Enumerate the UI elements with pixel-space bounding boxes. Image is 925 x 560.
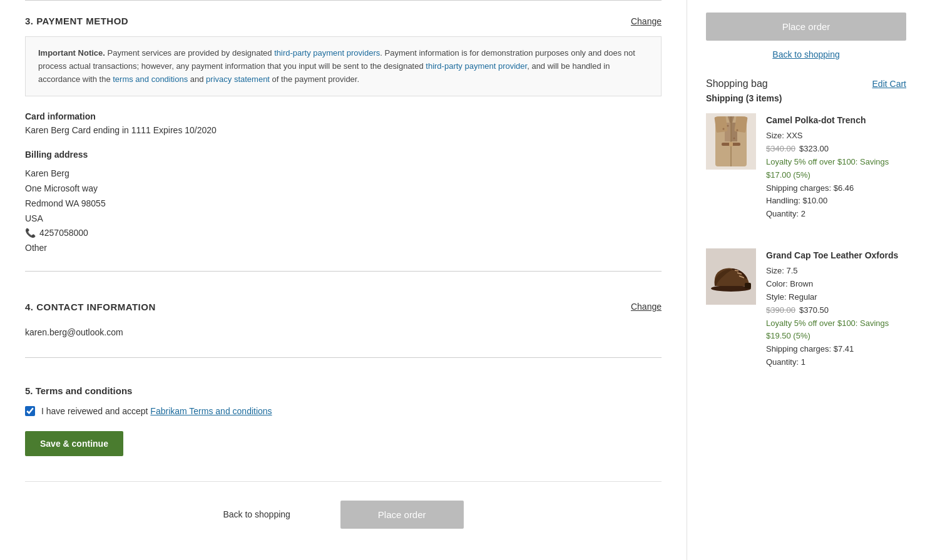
billing-block: Billing address Karen Berg One Microsoft…	[25, 148, 662, 256]
card-info-label: Card information	[25, 111, 662, 121]
cart-item-coat-sale-price: $323.00	[799, 144, 829, 153]
billing-name: Karen Berg	[25, 166, 662, 181]
billing-country: USA	[25, 211, 662, 227]
divider-1	[25, 271, 662, 272]
contact-header: 4. CONTACT INFORMATION Change	[25, 302, 662, 312]
cart-item-coat-shipping: Shipping charges: $6.46	[766, 182, 906, 195]
payment-notice: Important Notice. Payment services are p…	[25, 36, 662, 96]
cart-item-coat-handling: Handling: $10.00	[766, 195, 906, 208]
cart-item-shoe-style: Style: Regular	[766, 291, 906, 304]
contact-email: karen.berg@outlook.com	[25, 322, 662, 342]
phone-icon: 📞	[25, 226, 36, 241]
svg-rect-5	[714, 116, 727, 133]
cart-item-coat-details: Camel Polka-dot Trench Size: XXS $340.00…	[766, 113, 906, 221]
back-to-shopping-link-bottom[interactable]: Back to shopping	[223, 509, 290, 519]
payment-header: 3. PAYMENT METHOD Change	[25, 16, 662, 26]
cart-item-shoe-loyalty: Loyalty 5% off over $100: Savings $19.50…	[766, 317, 906, 344]
billing-label: Billing address	[25, 148, 662, 163]
cart-item-shoe-image	[706, 248, 756, 305]
back-to-shopping-link-top[interactable]: Back to shopping	[706, 49, 906, 59]
payment-section: 3. PAYMENT METHOD Change Important Notic…	[25, 0, 662, 256]
terms-checkbox-row: I have reivewed and accept Fabrikam Term…	[25, 406, 662, 416]
shipping-count: Shipping (3 items)	[706, 93, 906, 103]
notice-bold: Important Notice.	[38, 48, 105, 58]
contact-change-link[interactable]: Change	[631, 302, 662, 312]
cart-item-coat-original-price: $340.00	[766, 144, 795, 153]
place-order-button-bottom: Place order	[340, 501, 464, 529]
cart-item-shoe-original-price: $390.00	[766, 305, 795, 315]
cart-item-coat-loyalty: Loyalty 5% off over $100: Savings $17.00…	[766, 156, 906, 182]
divider-2	[25, 357, 662, 358]
notice-link-terms[interactable]: terms and conditions	[113, 74, 188, 84]
bottom-bar: Back to shopping Place order	[25, 481, 662, 541]
cart-item-coat-name: Camel Polka-dot Trench	[766, 113, 906, 127]
cart-item-coat-image	[706, 113, 756, 170]
terms-section: 5. Terms and conditions I have reivewed …	[25, 373, 662, 456]
contact-section: 4. CONTACT INFORMATION Change karen.berg…	[25, 287, 662, 342]
cart-item-shoe-details: Grand Cap Toe Leather Oxfords Size: 7.5 …	[766, 248, 906, 369]
shopping-bag-header: Shopping bag Edit Cart	[706, 78, 906, 89]
payment-change-link[interactable]: Change	[631, 16, 662, 26]
billing-city: Redmond WA 98055	[25, 196, 662, 211]
billing-type: Other	[25, 241, 662, 256]
terms-checkbox[interactable]	[25, 406, 35, 416]
svg-rect-8	[729, 142, 733, 146]
cart-item-shoe: Grand Cap Toe Leather Oxfords Size: 7.5 …	[706, 248, 906, 382]
svg-point-11	[737, 130, 738, 131]
cart-item-shoe-quantity: Quantity: 1	[766, 356, 906, 369]
svg-point-10	[727, 125, 729, 127]
notice-text-part1: Payment services are provided by designa…	[38, 48, 635, 84]
cart-item-coat-price: $340.00$323.00	[766, 143, 906, 156]
payment-title: 3. PAYMENT METHOD	[25, 16, 128, 26]
cart-item-shoe-name: Grand Cap Toe Leather Oxfords	[766, 248, 906, 262]
cart-item-coat-quantity: Quantity: 2	[766, 208, 906, 221]
terms-label-text: I have reivewed and accept	[41, 406, 150, 416]
svg-rect-17	[745, 283, 751, 288]
cart-item-shoe-color: Color: Brown	[766, 278, 906, 291]
cart-item-shoe-shipping: Shipping charges: $7.41	[766, 343, 906, 356]
billing-phone: 4257058000	[39, 226, 88, 241]
cart-item-coat-size: Size: XXS	[766, 130, 906, 143]
cart-item-coat: Camel Polka-dot Trench Size: XXS $340.00…	[706, 113, 906, 233]
notice-link-privacy[interactable]: privacy statement	[206, 74, 270, 84]
svg-point-12	[733, 138, 735, 140]
svg-line-14	[735, 270, 738, 271]
terms-title: 5. Terms and conditions	[25, 385, 662, 396]
billing-address: One Microsoft way	[25, 181, 662, 196]
shopping-bag-title: Shopping bag	[706, 78, 768, 89]
save-continue-button[interactable]: Save & continue	[25, 431, 123, 456]
cart-item-shoe-price: $390.00$370.50	[766, 304, 906, 317]
terms-label: I have reivewed and accept Fabrikam Term…	[41, 406, 272, 416]
terms-link[interactable]: Fabrikam Terms and conditions	[150, 406, 272, 416]
card-info-block: Card information Karen Berg Card ending …	[25, 111, 662, 135]
sidebar: Place order Back to shopping Shopping ba…	[687, 0, 925, 560]
notice-link-provider[interactable]: third-party payment provider	[426, 61, 527, 71]
svg-point-9	[723, 128, 725, 130]
notice-link-providers[interactable]: third-party payment providers	[274, 48, 380, 58]
cart-item-shoe-size: Size: 7.5	[766, 265, 906, 278]
contact-title: 4. CONTACT INFORMATION	[25, 302, 156, 312]
edit-cart-link[interactable]: Edit Cart	[872, 79, 906, 89]
cart-item-shoe-sale-price: $370.50	[799, 305, 829, 315]
card-info-value: Karen Berg Card ending in 1111 Expires 1…	[25, 125, 662, 135]
place-order-button-top: Place order	[706, 13, 906, 41]
svg-rect-6	[734, 116, 747, 133]
billing-phone-row: 📞 4257058000	[25, 226, 662, 241]
